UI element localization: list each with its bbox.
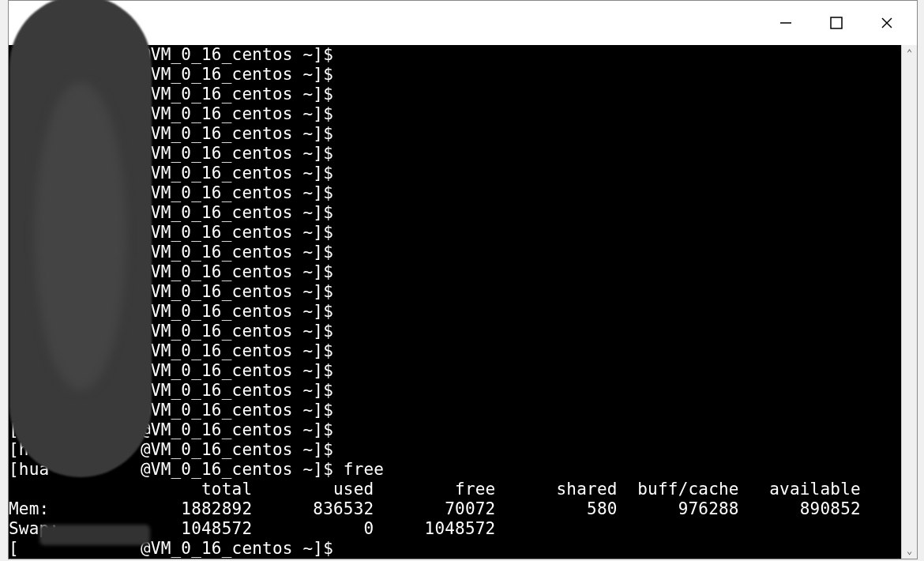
scroll-track[interactable] — [902, 61, 917, 543]
close-button[interactable] — [862, 3, 912, 43]
censor-overlay — [9, 0, 152, 477]
svg-rect-1 — [831, 17, 842, 28]
minimize-button[interactable] — [761, 3, 811, 43]
scroll-down-arrow[interactable]: ⌄ — [902, 543, 917, 559]
maximize-button[interactable] — [811, 3, 862, 43]
scrollbar[interactable]: ⌃ ⌄ — [901, 45, 917, 559]
scroll-up-arrow[interactable]: ⌃ — [902, 45, 917, 61]
censor-strip — [39, 525, 150, 545]
window-controls — [761, 3, 912, 43]
